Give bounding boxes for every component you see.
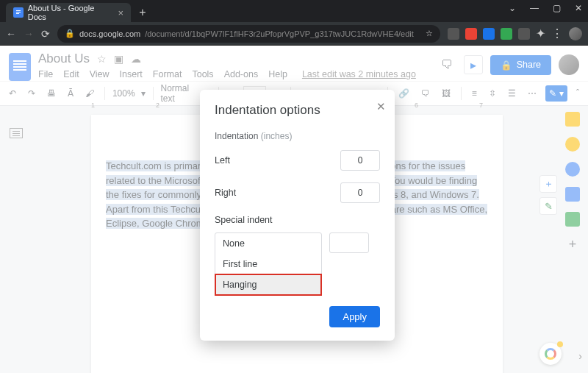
back-button[interactable]: ← — [6, 28, 16, 40]
browser-tab[interactable]: About Us - Google Docs × — [6, 3, 131, 22]
extension-icon[interactable] — [518, 28, 530, 40]
extension-icon[interactable] — [465, 28, 477, 40]
browser-menu-icon[interactable]: ⋮ — [551, 26, 563, 40]
browser-address-bar: ← → ⟳ 🔒 docs.google.com/document/d/1bqPW… — [0, 22, 588, 46]
docs-favicon — [13, 7, 24, 18]
window-close-button[interactable]: ✕ — [573, 3, 584, 13]
tab-close-icon[interactable]: × — [118, 7, 123, 18]
reload-button[interactable]: ⟳ — [41, 28, 50, 40]
chevron-down-icon[interactable]: ⌄ — [507, 3, 517, 13]
lock-icon: 🔒 — [65, 29, 75, 38]
special-indent-dropdown[interactable]: None First line Hanging — [215, 232, 322, 296]
special-indent-label: Special indent — [215, 215, 380, 225]
left-indent-label: Left — [215, 155, 340, 166]
option-none[interactable]: None — [215, 233, 321, 254]
extension-icons: ✦ ⋮ — [448, 26, 582, 40]
extensions-menu-icon[interactable]: ✦ — [536, 26, 545, 40]
indentation-options-dialog: ✕ Indentation options Indentation (inche… — [200, 90, 395, 341]
extension-icon[interactable] — [483, 28, 495, 40]
url-host: docs.google.com — [79, 29, 140, 38]
browser-profile-avatar[interactable] — [569, 27, 582, 40]
option-hanging[interactable]: Hanging — [215, 274, 321, 295]
right-indent-input[interactable] — [340, 182, 380, 203]
apply-button[interactable]: Apply — [329, 306, 380, 327]
svg-rect-2 — [16, 12, 21, 13]
new-tab-button[interactable]: + — [135, 6, 150, 19]
extension-icon[interactable] — [501, 28, 512, 40]
dialog-close-button[interactable]: ✕ — [376, 100, 386, 113]
option-first-line[interactable]: First line — [215, 254, 321, 274]
right-indent-label: Right — [215, 188, 340, 198]
dialog-subheading: Indentation (inches) — [215, 131, 380, 141]
left-indent-input[interactable] — [340, 150, 380, 171]
browser-tab-bar: About Us - Google Docs × + ⌄ — ▢ ✕ — [0, 0, 588, 22]
url-path: /document/d/1bqPW7lF1flHF3r2uPfoprVgPVP_… — [145, 29, 414, 38]
dialog-title: Indentation options — [215, 103, 380, 118]
tab-title: About Us - Google Docs — [28, 4, 114, 21]
star-icon[interactable]: ☆ — [426, 29, 433, 38]
url-bar[interactable]: 🔒 docs.google.com/document/d/1bqPW7lF1fl… — [57, 25, 440, 43]
svg-rect-1 — [16, 10, 21, 11]
special-indent-value-input[interactable] — [329, 232, 369, 253]
window-controls: ⌄ — ▢ ✕ — [507, 3, 584, 13]
extension-icon[interactable] — [448, 28, 459, 40]
maximize-button[interactable]: ▢ — [551, 3, 562, 13]
svg-rect-3 — [16, 13, 19, 14]
minimize-button[interactable]: — — [529, 3, 539, 13]
forward-button[interactable]: → — [24, 28, 34, 40]
